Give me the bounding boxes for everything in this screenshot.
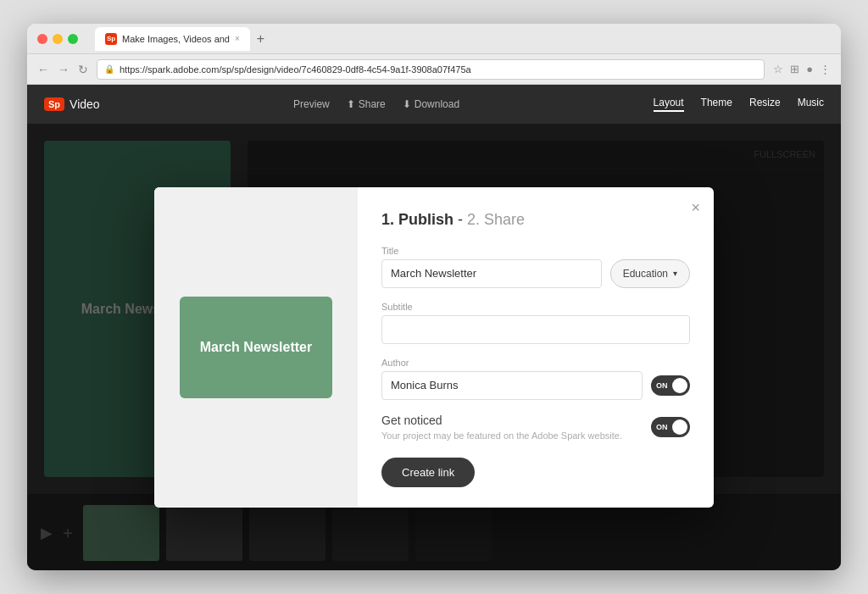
preview-card-title: March Newsletter	[200, 340, 313, 355]
create-link-btn[interactable]: Create link	[381, 458, 475, 487]
header-right: Layout Theme Resize Music	[654, 97, 824, 112]
header-center: Preview ⬆ Share ⬇ Download	[100, 98, 654, 110]
title-row: Education ▾	[381, 259, 690, 288]
forward-btn[interactable]: →	[58, 63, 70, 76]
tab-close-btn[interactable]: ×	[235, 34, 240, 43]
browser-actions: ☆ ⊞ ● ⋮	[773, 63, 831, 75]
title-label: Title	[381, 246, 690, 256]
modal-separator: -	[458, 211, 467, 228]
extensions-icon[interactable]: ⊞	[790, 63, 799, 75]
theme-tab[interactable]: Theme	[701, 97, 732, 112]
get-noticed-row: Get noticed Your project may be featured…	[381, 414, 690, 441]
modal-preview-panel: March Newsletter	[154, 187, 358, 508]
main-area: March Newsletter FULLSCREEN ☆ ▶ ＋	[27, 124, 841, 570]
app-content: Sp Video Preview ⬆ Share ⬇ Download Layo…	[27, 85, 841, 570]
chevron-down-icon: ▾	[673, 269, 677, 278]
subtitle-input[interactable]	[381, 315, 690, 344]
category-label: Education	[623, 268, 668, 280]
author-form-group: Author ON	[381, 358, 690, 400]
app-name: Video	[70, 97, 100, 111]
share-btn[interactable]: ⬆ Share	[347, 98, 386, 110]
address-bar: ← → ↻ 🔒 https://spark.adobe.com/sp/sp/de…	[27, 54, 841, 85]
preview-card: March Newsletter	[180, 297, 332, 398]
subtitle-label: Subtitle	[381, 302, 690, 312]
category-btn[interactable]: Education ▾	[610, 259, 690, 288]
browser-tab[interactable]: Sp Make Images, Videos and ×	[95, 27, 250, 51]
new-tab-btn[interactable]: +	[257, 31, 264, 47]
modal-step2-label: 2. Share	[467, 211, 525, 228]
url-box[interactable]: 🔒 https://spark.adobe.com/sp/sp/design/v…	[97, 59, 765, 80]
author-label: Author	[381, 358, 690, 368]
author-toggle[interactable]: ON	[651, 375, 690, 396]
preview-btn[interactable]: Preview	[293, 98, 330, 110]
toggle-knob	[672, 378, 687, 393]
author-row: ON	[381, 371, 690, 400]
modal-title: 1. Publish - 2. Share	[381, 211, 690, 229]
get-noticed-text: Get noticed Your project may be featured…	[381, 414, 643, 441]
maximize-window-btn[interactable]	[68, 34, 78, 44]
title-bar: Sp Make Images, Videos and × +	[27, 24, 841, 54]
get-noticed-toggle-label: ON	[656, 423, 668, 431]
tab-title: Make Images, Videos and	[122, 34, 230, 44]
tab-bar: Sp Make Images, Videos and × +	[95, 27, 264, 51]
tab-favicon: Sp	[105, 33, 117, 45]
close-window-btn[interactable]	[37, 34, 47, 44]
minimize-window-btn[interactable]	[53, 34, 63, 44]
toggle-knob-2	[672, 419, 687, 435]
modal-close-btn[interactable]: ×	[691, 199, 700, 217]
title-input[interactable]	[381, 259, 602, 288]
subtitle-form-group: Subtitle	[381, 302, 690, 344]
get-noticed-desc: Your project may be featured on the Adob…	[381, 430, 643, 441]
lock-icon: 🔒	[104, 64, 114, 74]
modal-overlay: March Newsletter × 1. Publish - 2. Share	[27, 124, 841, 570]
bookmark-icon[interactable]: ☆	[773, 63, 783, 75]
reload-btn[interactable]: ↻	[78, 63, 88, 76]
sp-badge: Sp	[44, 97, 64, 111]
back-btn[interactable]: ←	[37, 63, 49, 76]
menu-icon[interactable]: ⋮	[820, 63, 831, 75]
get-noticed-section: Get noticed Your project may be featured…	[381, 414, 690, 441]
title-form-group: Title Education ▾	[381, 246, 690, 288]
author-toggle-label: ON	[656, 381, 668, 390]
traffic-lights	[37, 34, 78, 44]
modal-step1-label: 1. Publish	[381, 211, 453, 228]
modal-form-panel: × 1. Publish - 2. Share Title	[358, 187, 714, 508]
resize-tab[interactable]: Resize	[749, 97, 781, 112]
author-input[interactable]	[381, 371, 643, 400]
app-header: Sp Video Preview ⬆ Share ⬇ Download Layo…	[27, 85, 841, 124]
get-noticed-title: Get noticed	[381, 414, 643, 427]
get-noticed-toggle[interactable]: ON	[651, 417, 690, 437]
music-tab[interactable]: Music	[798, 97, 824, 112]
browser-window: Sp Make Images, Videos and × + ← → ↻ 🔒 h…	[27, 24, 841, 570]
account-icon[interactable]: ●	[806, 63, 813, 75]
publish-modal: March Newsletter × 1. Publish - 2. Share	[154, 187, 714, 508]
download-btn[interactable]: ⬇ Download	[403, 98, 459, 110]
url-text: https://spark.adobe.com/sp/sp/design/vid…	[120, 64, 471, 75]
layout-tab[interactable]: Layout	[654, 97, 684, 112]
app-logo: Sp Video	[44, 97, 100, 111]
